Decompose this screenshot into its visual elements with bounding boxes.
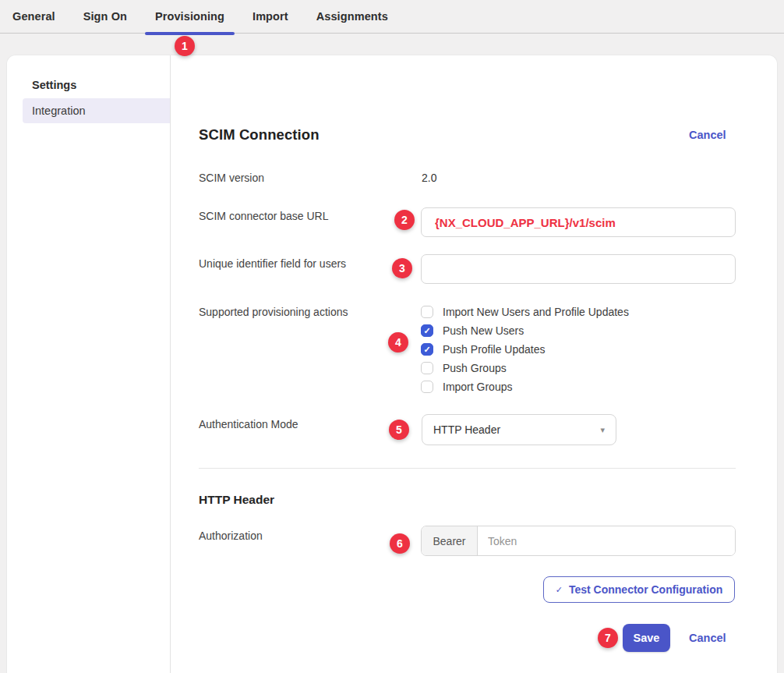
checkbox-row-push-profile-updates: Push Profile Updates	[421, 340, 546, 359]
page-title: SCIM Connection	[199, 125, 320, 145]
unique-identifier-input[interactable]	[421, 254, 736, 284]
checkbox-label: Push Profile Updates	[443, 343, 546, 356]
auth-mode-selected-value: HTTP Header	[433, 423, 500, 436]
callout-badge-1: 1	[175, 36, 195, 56]
push-profile-updates-checkbox[interactable]	[421, 343, 433, 356]
scim-connection-panel: SCIM Connection Cancel SCIM version 2.0 …	[171, 55, 777, 673]
tab-sign-on[interactable]: Sign On	[73, 0, 137, 34]
caret-down-icon: ▾	[600, 425, 605, 435]
checkbox-row-import-groups: Import Groups	[421, 377, 512, 396]
section-divider	[199, 468, 736, 469]
app-tabbar: General Sign On Provisioning Import Assi…	[0, 0, 784, 34]
callout-badge-2: 2	[394, 210, 415, 230]
auth-mode-select[interactable]: HTTP Header ▾	[422, 414, 616, 445]
checkbox-label: Import Groups	[443, 381, 512, 393]
checkbox-row-import-users: Import New Users and Profile Updates	[421, 303, 629, 321]
provisioning-actions-label: Supported provisioning actions	[199, 304, 348, 320]
checkbox-label: Import New Users and Profile Updates	[443, 306, 629, 318]
scim-version-label: SCIM version	[199, 170, 264, 186]
tab-general[interactable]: General	[2, 0, 65, 34]
callout-badge-3: 3	[392, 258, 412, 278]
cancel-link-top[interactable]: Cancel	[689, 127, 726, 143]
bearer-prefix: Bearer	[422, 526, 478, 555]
auth-mode-label: Authentication Mode	[199, 416, 298, 432]
token-input[interactable]	[478, 526, 735, 555]
settings-sidebar: Settings Integration	[7, 55, 171, 673]
callout-badge-6: 6	[390, 533, 410, 554]
unique-identifier-label: Unique identifier field for users	[199, 256, 346, 271]
authorization-label: Authorization	[199, 528, 263, 544]
push-new-users-checkbox[interactable]	[421, 324, 433, 337]
scim-version-value: 2.0	[422, 170, 436, 186]
sidebar-item-integration[interactable]: Integration	[23, 98, 170, 123]
callout-badge-4: 4	[388, 332, 408, 352]
tab-assignments[interactable]: Assignments	[306, 0, 398, 34]
checkbox-row-push-groups: Push Groups	[421, 359, 507, 377]
checkbox-label: Push New Users	[443, 324, 524, 337]
callout-badge-5: 5	[389, 420, 409, 440]
checkbox-row-push-new-users: Push New Users	[421, 321, 524, 340]
sidebar-heading: Settings	[32, 77, 76, 93]
tab-import[interactable]: Import	[242, 0, 298, 34]
base-url-label: SCIM connector base URL	[199, 208, 329, 224]
test-connector-button[interactable]: ✓ Test Connector Configuration	[543, 576, 735, 603]
provisioning-settings-card: Settings Integration SCIM Connection Can…	[6, 55, 778, 673]
tab-provisioning[interactable]: Provisioning	[145, 0, 235, 34]
test-connector-label: Test Connector Configuration	[569, 583, 722, 596]
checkbox-label: Push Groups	[443, 362, 507, 374]
callout-badge-7: 7	[598, 628, 618, 648]
base-url-input[interactable]	[421, 207, 736, 237]
check-icon: ✓	[556, 585, 563, 595]
push-groups-checkbox[interactable]	[421, 362, 433, 374]
import-groups-checkbox[interactable]	[421, 381, 433, 393]
authorization-input-group: Bearer	[421, 526, 736, 556]
http-header-heading: HTTP Header	[199, 492, 274, 508]
cancel-link-bottom[interactable]: Cancel	[689, 630, 726, 646]
save-button[interactable]: Save	[623, 624, 670, 652]
import-users-checkbox[interactable]	[421, 306, 433, 318]
